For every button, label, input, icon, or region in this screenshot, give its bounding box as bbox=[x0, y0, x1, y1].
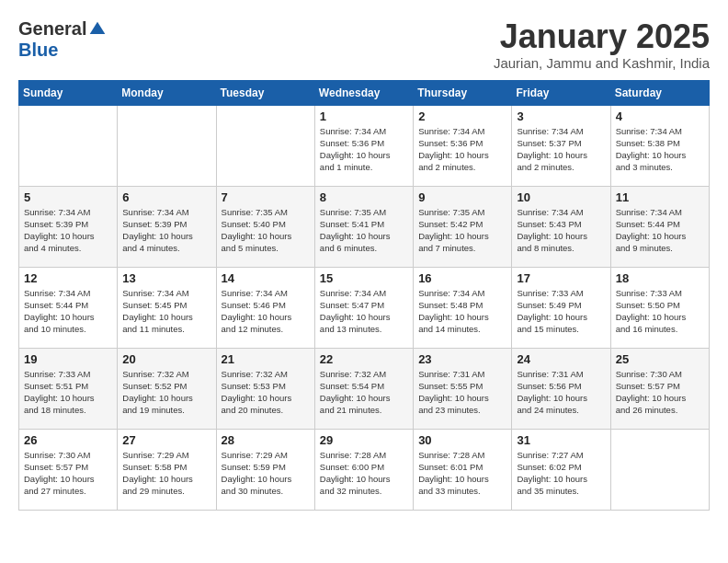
calendar-cell: 20Sunrise: 7:32 AMSunset: 5:52 PMDayligh… bbox=[118, 348, 216, 429]
day-number: 9 bbox=[418, 190, 507, 204]
day-info: Sunrise: 7:32 AMSunset: 5:54 PMDaylight:… bbox=[320, 368, 409, 417]
calendar-cell: 19Sunrise: 7:33 AMSunset: 5:51 PMDayligh… bbox=[19, 348, 118, 429]
logo: General Blue bbox=[18, 18, 107, 61]
day-number: 7 bbox=[222, 190, 311, 204]
day-info: Sunrise: 7:35 AMSunset: 5:41 PMDaylight:… bbox=[320, 206, 409, 255]
calendar-cell: 16Sunrise: 7:34 AMSunset: 5:48 PMDayligh… bbox=[414, 267, 512, 348]
logo-general-text: General bbox=[18, 18, 86, 40]
day-info: Sunrise: 7:27 AMSunset: 6:02 PMDaylight:… bbox=[517, 449, 606, 498]
day-number: 16 bbox=[418, 271, 507, 285]
calendar-title: January 2025 bbox=[494, 18, 710, 55]
day-info: Sunrise: 7:34 AMSunset: 5:36 PMDaylight:… bbox=[418, 125, 507, 174]
calendar-cell bbox=[19, 105, 118, 186]
day-info: Sunrise: 7:34 AMSunset: 5:48 PMDaylight:… bbox=[418, 287, 507, 336]
calendar-cell: 28Sunrise: 7:29 AMSunset: 5:59 PMDayligh… bbox=[216, 429, 314, 510]
day-info: Sunrise: 7:34 AMSunset: 5:39 PMDaylight:… bbox=[24, 206, 113, 255]
day-number: 14 bbox=[222, 271, 311, 285]
calendar-cell: 18Sunrise: 7:33 AMSunset: 5:50 PMDayligh… bbox=[610, 267, 709, 348]
day-info: Sunrise: 7:33 AMSunset: 5:49 PMDaylight:… bbox=[517, 287, 606, 336]
day-number: 26 bbox=[24, 433, 113, 447]
day-info: Sunrise: 7:34 AMSunset: 5:46 PMDaylight:… bbox=[222, 287, 311, 336]
day-number: 29 bbox=[320, 433, 409, 447]
day-info: Sunrise: 7:31 AMSunset: 5:55 PMDaylight:… bbox=[418, 368, 507, 417]
day-number: 25 bbox=[616, 352, 705, 366]
weekday-header-saturday: Saturday bbox=[610, 80, 709, 105]
calendar-cell bbox=[118, 105, 216, 186]
day-number: 20 bbox=[122, 352, 211, 366]
calendar-cell: 1Sunrise: 7:34 AMSunset: 5:36 PMDaylight… bbox=[314, 105, 413, 186]
svg-marker-0 bbox=[90, 21, 106, 33]
calendar-cell: 29Sunrise: 7:28 AMSunset: 6:00 PMDayligh… bbox=[314, 429, 413, 510]
calendar-cell: 17Sunrise: 7:33 AMSunset: 5:49 PMDayligh… bbox=[512, 267, 610, 348]
weekday-header-tuesday: Tuesday bbox=[216, 80, 314, 105]
calendar-cell: 6Sunrise: 7:34 AMSunset: 5:39 PMDaylight… bbox=[118, 186, 216, 267]
day-number: 6 bbox=[122, 190, 211, 204]
header: General Blue January 2025 Jaurian, Jammu… bbox=[18, 18, 710, 71]
calendar-cell: 27Sunrise: 7:29 AMSunset: 5:58 PMDayligh… bbox=[118, 429, 216, 510]
calendar-cell: 30Sunrise: 7:28 AMSunset: 6:01 PMDayligh… bbox=[414, 429, 512, 510]
day-number: 12 bbox=[24, 271, 113, 285]
day-info: Sunrise: 7:30 AMSunset: 5:57 PMDaylight:… bbox=[24, 449, 113, 498]
day-info: Sunrise: 7:33 AMSunset: 5:51 PMDaylight:… bbox=[24, 368, 113, 417]
day-number: 4 bbox=[616, 109, 705, 123]
day-info: Sunrise: 7:35 AMSunset: 5:40 PMDaylight:… bbox=[222, 206, 311, 255]
day-info: Sunrise: 7:29 AMSunset: 5:58 PMDaylight:… bbox=[122, 449, 211, 498]
day-number: 1 bbox=[320, 109, 409, 123]
weekday-header-thursday: Thursday bbox=[414, 80, 512, 105]
day-info: Sunrise: 7:32 AMSunset: 5:52 PMDaylight:… bbox=[122, 368, 211, 417]
calendar-cell: 2Sunrise: 7:34 AMSunset: 5:36 PMDaylight… bbox=[414, 105, 512, 186]
week-row-1: 1Sunrise: 7:34 AMSunset: 5:36 PMDaylight… bbox=[19, 105, 710, 186]
day-info: Sunrise: 7:34 AMSunset: 5:47 PMDaylight:… bbox=[320, 287, 409, 336]
calendar-cell: 25Sunrise: 7:30 AMSunset: 5:57 PMDayligh… bbox=[610, 348, 709, 429]
calendar-cell: 5Sunrise: 7:34 AMSunset: 5:39 PMDaylight… bbox=[19, 186, 118, 267]
day-info: Sunrise: 7:34 AMSunset: 5:36 PMDaylight:… bbox=[320, 125, 409, 174]
week-row-4: 19Sunrise: 7:33 AMSunset: 5:51 PMDayligh… bbox=[19, 348, 710, 429]
day-info: Sunrise: 7:34 AMSunset: 5:44 PMDaylight:… bbox=[24, 287, 113, 336]
day-info: Sunrise: 7:34 AMSunset: 5:38 PMDaylight:… bbox=[616, 125, 705, 174]
day-number: 21 bbox=[222, 352, 311, 366]
day-number: 28 bbox=[222, 433, 311, 447]
calendar-cell: 14Sunrise: 7:34 AMSunset: 5:46 PMDayligh… bbox=[216, 267, 314, 348]
week-row-3: 12Sunrise: 7:34 AMSunset: 5:44 PMDayligh… bbox=[19, 267, 710, 348]
day-info: Sunrise: 7:34 AMSunset: 5:44 PMDaylight:… bbox=[616, 206, 705, 255]
weekday-header-monday: Monday bbox=[118, 80, 216, 105]
calendar-cell: 4Sunrise: 7:34 AMSunset: 5:38 PMDaylight… bbox=[610, 105, 709, 186]
day-number: 13 bbox=[122, 271, 211, 285]
calendar-cell: 12Sunrise: 7:34 AMSunset: 5:44 PMDayligh… bbox=[19, 267, 118, 348]
day-info: Sunrise: 7:32 AMSunset: 5:53 PMDaylight:… bbox=[222, 368, 311, 417]
day-number: 10 bbox=[517, 190, 606, 204]
weekday-header-friday: Friday bbox=[512, 80, 610, 105]
day-number: 24 bbox=[517, 352, 606, 366]
calendar-subtitle: Jaurian, Jammu and Kashmir, India bbox=[494, 55, 710, 71]
calendar-cell: 31Sunrise: 7:27 AMSunset: 6:02 PMDayligh… bbox=[512, 429, 610, 510]
day-info: Sunrise: 7:29 AMSunset: 5:59 PMDaylight:… bbox=[222, 449, 311, 498]
calendar-cell: 24Sunrise: 7:31 AMSunset: 5:56 PMDayligh… bbox=[512, 348, 610, 429]
day-number: 15 bbox=[320, 271, 409, 285]
day-number: 5 bbox=[24, 190, 113, 204]
calendar-cell: 21Sunrise: 7:32 AMSunset: 5:53 PMDayligh… bbox=[216, 348, 314, 429]
day-number: 2 bbox=[418, 109, 507, 123]
logo-blue-text: Blue bbox=[18, 40, 58, 61]
day-info: Sunrise: 7:28 AMSunset: 6:01 PMDaylight:… bbox=[418, 449, 507, 498]
calendar-cell: 11Sunrise: 7:34 AMSunset: 5:44 PMDayligh… bbox=[610, 186, 709, 267]
day-number: 23 bbox=[418, 352, 507, 366]
calendar-cell: 22Sunrise: 7:32 AMSunset: 5:54 PMDayligh… bbox=[314, 348, 413, 429]
calendar-cell: 10Sunrise: 7:34 AMSunset: 5:43 PMDayligh… bbox=[512, 186, 610, 267]
calendar-cell: 13Sunrise: 7:34 AMSunset: 5:45 PMDayligh… bbox=[118, 267, 216, 348]
day-number: 8 bbox=[320, 190, 409, 204]
day-number: 17 bbox=[517, 271, 606, 285]
day-number: 27 bbox=[122, 433, 211, 447]
title-block: January 2025 Jaurian, Jammu and Kashmir,… bbox=[494, 18, 710, 71]
logo-icon bbox=[88, 20, 107, 39]
day-info: Sunrise: 7:33 AMSunset: 5:50 PMDaylight:… bbox=[616, 287, 705, 336]
day-info: Sunrise: 7:34 AMSunset: 5:43 PMDaylight:… bbox=[517, 206, 606, 255]
calendar-cell: 9Sunrise: 7:35 AMSunset: 5:42 PMDaylight… bbox=[414, 186, 512, 267]
weekday-header-sunday: Sunday bbox=[19, 80, 118, 105]
day-info: Sunrise: 7:34 AMSunset: 5:45 PMDaylight:… bbox=[122, 287, 211, 336]
weekday-header-wednesday: Wednesday bbox=[314, 80, 413, 105]
day-number: 3 bbox=[517, 109, 606, 123]
day-info: Sunrise: 7:34 AMSunset: 5:39 PMDaylight:… bbox=[122, 206, 211, 255]
weekday-header-row: SundayMondayTuesdayWednesdayThursdayFrid… bbox=[19, 80, 710, 105]
calendar-cell: 26Sunrise: 7:30 AMSunset: 5:57 PMDayligh… bbox=[19, 429, 118, 510]
page: General Blue January 2025 Jaurian, Jammu… bbox=[0, 0, 728, 520]
